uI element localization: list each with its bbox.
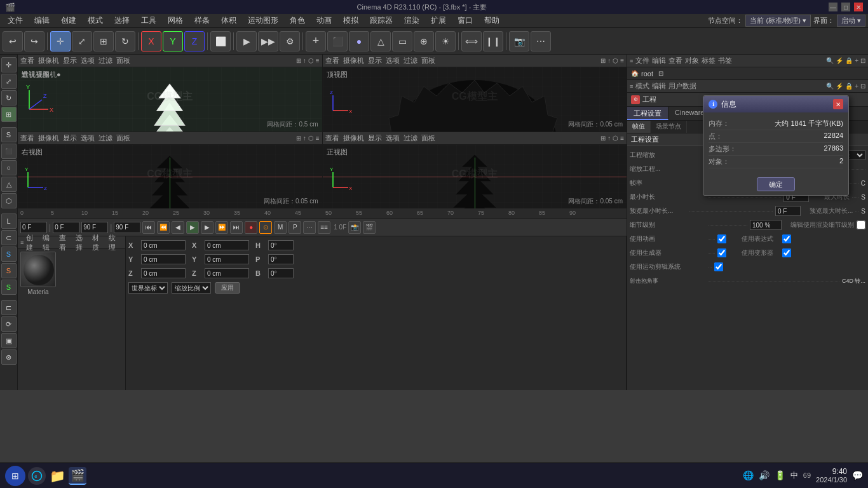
left-tool-11[interactable]: ⊂ — [1, 230, 17, 245]
vp2-btn2[interactable]: ↑ — [607, 57, 611, 64]
vp1-nav-camera[interactable]: 摄像机 — [38, 56, 59, 65]
frame-input-current[interactable] — [20, 222, 47, 233]
redo-button[interactable]: ↪ — [24, 31, 44, 51]
left-tool-5[interactable]: S — [1, 127, 17, 142]
vp1-nav-display[interactable]: 显示 — [63, 56, 77, 65]
left-tool-12[interactable]: S — [1, 247, 17, 262]
taskbar-notification-icon[interactable]: 💬 — [852, 470, 863, 480]
vp1-nav-options[interactable]: 选项 — [81, 56, 95, 65]
vp1-nav-filter[interactable]: 过滤 — [98, 56, 112, 65]
taskbar-icon-c4d[interactable]: 🎬 — [69, 467, 86, 485]
vp2-nav-camera[interactable]: 摄像机 — [343, 56, 364, 65]
coord-z1-input[interactable] — [141, 268, 186, 278]
left-tool-14[interactable]: S — [1, 280, 17, 295]
left-tool-2[interactable]: ⤢ — [1, 74, 17, 89]
vp2-btn4[interactable]: ≡ — [620, 57, 624, 64]
vp4-btn3[interactable]: ⬡ — [613, 135, 618, 142]
attr-tab-edit[interactable]: 编辑 — [652, 81, 666, 91]
info-dialog-close-button[interactable]: ✕ — [833, 99, 843, 109]
menu-render[interactable]: 渲染 — [399, 14, 424, 27]
symmetry-btn[interactable]: ⟺ — [461, 31, 482, 51]
left-tool-3[interactable]: ↻ — [1, 90, 17, 105]
extra-btn[interactable]: ⋯ — [531, 31, 551, 51]
vp4-nav-camera[interactable]: 摄像机 — [343, 133, 364, 143]
vp3-btn3[interactable]: ⬡ — [308, 135, 314, 142]
left-tool-15[interactable]: ⊏ — [1, 300, 17, 315]
vp3-nav-filter[interactable]: 过滤 — [98, 133, 112, 143]
btn-record[interactable]: ● — [245, 221, 257, 234]
attr-search-icon[interactable]: 🔍 — [826, 83, 834, 90]
close-button[interactable]: ✕ — [854, 3, 863, 11]
coord-y1-input[interactable] — [141, 254, 186, 264]
attr-sub-tab-settings[interactable]: 工程设置 — [627, 107, 668, 120]
attr-input-preview-min[interactable] — [775, 206, 801, 216]
btn-cam-extra[interactable]: 🎬 — [363, 221, 376, 234]
select-tool[interactable]: ✛ — [50, 31, 71, 51]
interface-value[interactable]: 启动 ▾ — [837, 15, 865, 27]
vp2-nav-view[interactable]: 查看 — [325, 56, 339, 65]
info-dialog-ok-button[interactable]: 确定 — [757, 177, 795, 191]
maximize-button[interactable]: □ — [841, 3, 850, 11]
vp1-btn2[interactable]: ↑ — [303, 57, 306, 64]
obj-add-icon[interactable]: + — [855, 57, 858, 64]
btn-timeline2[interactable]: ≡≡ — [318, 221, 330, 234]
attr-sub2-frames[interactable]: 帧值 — [627, 121, 651, 133]
btn-next-frame[interactable]: ⏩ — [215, 221, 228, 234]
vp3-nav-view[interactable]: 查看 — [20, 133, 34, 143]
btn-pose[interactable]: P — [288, 221, 301, 234]
vp3-btn1[interactable]: ⊞ — [296, 135, 301, 142]
coord-scale-select[interactable]: 缩放比例 — [172, 282, 211, 294]
left-tool-17[interactable]: ▣ — [1, 333, 17, 348]
axis-x-button[interactable]: X — [141, 31, 161, 51]
vp2-btn3[interactable]: ⬡ — [613, 57, 618, 64]
attr-filter-icon[interactable]: ⚡ — [836, 83, 843, 90]
left-tool-18[interactable]: ⊗ — [1, 349, 17, 365]
vp4-nav-display[interactable]: 显示 — [368, 133, 382, 143]
coord-z2-input[interactable] — [205, 268, 249, 278]
left-tool-10[interactable]: L — [1, 214, 17, 229]
obj-lock-icon[interactable]: 🔒 — [845, 57, 853, 64]
menu-volume[interactable]: 体积 — [216, 14, 241, 27]
vp1-btn3[interactable]: ⬡ — [308, 57, 314, 64]
menu-simulate[interactable]: 模拟 — [338, 14, 363, 27]
vp1-btn4[interactable]: ≡ — [316, 57, 320, 64]
attr-tab-userdata[interactable]: 用户数据 — [668, 81, 696, 91]
obj-filter-icon[interactable]: ⚡ — [836, 57, 843, 64]
material-item-materia[interactable]: Materia — [20, 252, 56, 295]
left-tool-8[interactable]: △ — [1, 177, 17, 192]
vp3-nav-panel[interactable]: 面板 — [116, 133, 130, 143]
menu-mograph[interactable]: 运动图形 — [243, 14, 283, 27]
menu-file[interactable]: 文件 — [3, 14, 28, 27]
btn-prev-key[interactable]: ◀ — [172, 221, 184, 234]
menu-mode[interactable]: 模式 — [83, 14, 108, 27]
left-tool-16[interactable]: ⟳ — [1, 316, 17, 332]
obj-search-icon[interactable]: 🔍 — [826, 57, 834, 64]
minimize-button[interactable]: — — [829, 3, 837, 11]
viewport-perspective[interactable]: 查看 摄像机 显示 选项 过滤 面板 ⊞ ↑ ⬡ ≡ — [18, 55, 322, 132]
plane-btn[interactable]: ▭ — [392, 31, 412, 51]
vp3-nav-options[interactable]: 选项 — [81, 133, 95, 143]
menu-extend[interactable]: 扩展 — [426, 14, 451, 27]
obj-header-object[interactable]: 对象 — [685, 56, 699, 65]
left-tool-13[interactable]: S — [1, 263, 17, 278]
obj-header-bookmark[interactable]: 书签 — [718, 56, 732, 65]
move-tool[interactable]: ⤢ — [72, 31, 92, 51]
left-tool-7[interactable]: ○ — [1, 160, 17, 175]
btn-goto-end[interactable]: ⏭ — [230, 221, 243, 234]
obj-header-file[interactable]: 文件 — [635, 56, 649, 65]
viewport-front[interactable]: 查看 摄像机 显示 选项 过滤 面板 ⊞ ↑ ⬡ ≡ — [323, 132, 627, 209]
obj-scroll-icon[interactable]: ⊡ — [860, 57, 865, 64]
coord-b-input[interactable] — [268, 268, 294, 278]
menu-window[interactable]: 窗口 — [452, 14, 478, 27]
menu-tools[interactable]: 工具 — [136, 14, 161, 27]
vp2-nav-options[interactable]: 选项 — [386, 56, 400, 65]
attr-checkbox-render-detail[interactable] — [857, 220, 865, 229]
coord-x1-input[interactable] — [141, 240, 186, 250]
rotate-tool[interactable]: ↻ — [115, 31, 135, 51]
viewport-top[interactable]: 查看 摄像机 显示 选项 过滤 面板 ⊞ ↑ ⬡ ≡ — [323, 55, 627, 132]
left-tool-1[interactable]: ✛ — [1, 57, 17, 72]
start-button[interactable]: ⊞ — [5, 466, 25, 486]
cone-btn[interactable]: △ — [370, 31, 391, 51]
coord-x2-input[interactable] — [205, 240, 249, 250]
light-btn[interactable]: ☀ — [435, 31, 456, 51]
